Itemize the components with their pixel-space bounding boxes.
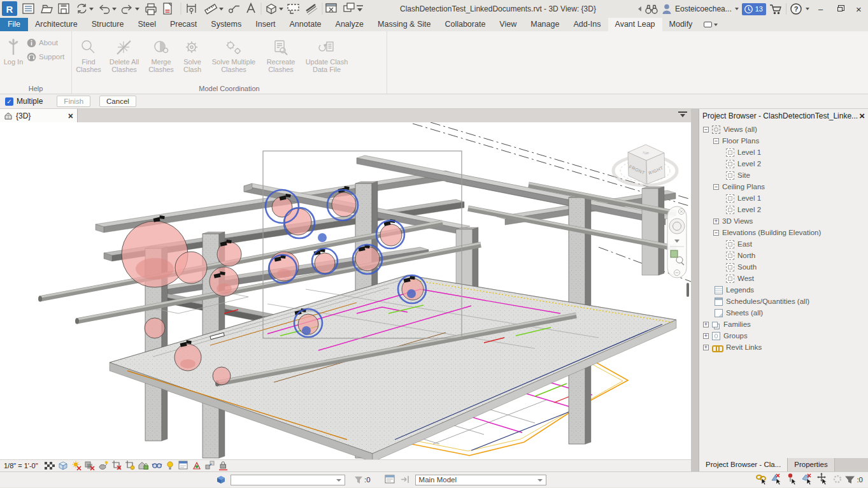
save-icon[interactable] [59,4,69,13]
section-icon[interactable] [288,4,299,13]
tree-item-ceiling-level-1[interactable]: Level 1 [699,192,868,204]
sun-path-icon[interactable] [72,461,81,471]
tab-architecture[interactable]: Architecture [28,18,85,31]
select-elements-by-face-icon[interactable] [802,474,811,485]
3d-view-dropdown-icon[interactable] [279,8,283,11]
select-links-icon[interactable] [757,475,766,485]
tree-item-south[interactable]: South [699,261,868,273]
expand-icon[interactable] [703,322,709,327]
selection-filter-icon[interactable] [844,474,857,485]
recreate-clashes-button[interactable]: Recreate Clashes [262,33,299,82]
select-pinned-elements-icon[interactable] [788,473,796,485]
show-crop-region-icon[interactable] [125,461,134,470]
tree-item-ceiling-plans[interactable]: Ceiling Plans [699,181,868,192]
tab-manage[interactable]: Manage [523,18,566,31]
tab-structure[interactable]: Structure [85,18,131,31]
spot-elevation-icon[interactable] [229,6,239,13]
file-menu-icon[interactable] [23,4,34,13]
design-option-dropdown[interactable]: Main Model [415,475,546,485]
tree-item-west[interactable]: West [699,273,868,284]
navigation-bar[interactable] [667,206,687,278]
user-dropdown-icon[interactable] [735,8,739,10]
tab-avant-leap[interactable]: Avant Leap [608,18,662,31]
tree-item-level-2[interactable]: Level 2 [699,158,868,169]
undo-dropdown-icon[interactable] [112,8,117,11]
tree-item-north[interactable]: North [699,250,868,261]
collapse-icon[interactable] [713,184,719,190]
active-workset-dropdown[interactable] [231,475,345,485]
tree-item-floor-plans[interactable]: Floor Plans [699,135,868,147]
dock-tab-properties[interactable]: Properties [788,458,834,471]
help-dropdown-icon[interactable] [806,8,809,10]
displacement-sets-icon[interactable] [206,461,214,469]
collapse-icon[interactable] [713,230,719,236]
sync-dropdown-icon[interactable] [89,8,94,11]
text-icon[interactable] [247,4,255,13]
3d-model-canvas[interactable]: TOP FRONT RIGHT [0,122,691,459]
collapse-infocenter-icon[interactable] [638,6,641,11]
help-icon[interactable]: ? [790,3,802,15]
about-button[interactable]: About [27,36,64,49]
thin-lines-icon[interactable] [306,4,317,15]
measure-icon[interactable] [205,4,217,14]
tab-modify[interactable]: Modify [662,18,700,31]
tree-item-level-1[interactable]: Level 1 [699,147,868,158]
tab-massing-site[interactable]: Massing & Site [371,18,438,31]
tab-view[interactable]: View [492,18,523,31]
tree-item-families[interactable]: Families [699,319,868,330]
tree-item-east[interactable]: East [699,238,868,250]
worksets-icon[interactable] [215,474,228,485]
collapse-icon[interactable] [703,127,709,133]
user-icon[interactable] [662,3,672,15]
view-tab-3d[interactable]: {3D} [0,109,78,122]
temporary-hide-isolate-icon[interactable] [152,464,162,468]
shadows-icon[interactable] [85,462,94,470]
delete-all-clashes-button[interactable]: Delete All Clashes [106,33,143,82]
tree-item-revit-links[interactable]: Revit Links [699,341,868,353]
project-browser-close-icon[interactable] [859,110,865,122]
tab-list-collapse-icon[interactable] [678,111,687,117]
design-options-icon[interactable] [385,474,396,485]
drawing-area[interactable]: TOP FRONT RIGHT [0,122,691,459]
tree-item-elevations[interactable]: Elevations (Building Elevation) [699,227,868,238]
tree-item-sheets[interactable]: Sheets (all) [699,307,868,319]
restore-button[interactable] [832,2,848,16]
undo-icon[interactable] [100,5,110,13]
detail-level-icon[interactable] [45,462,55,470]
redo-icon[interactable] [122,5,132,13]
tree-item-site[interactable]: Site [699,169,868,181]
tab-add-ins[interactable]: Add-Ins [566,18,608,31]
tree-item-ceiling-level-2[interactable]: Level 2 [699,204,868,215]
visual-style-icon[interactable] [59,462,67,470]
minimize-button[interactable]: – [813,2,829,16]
tree-item-3d-views[interactable]: 3D Views [699,215,868,227]
export-pdf-icon[interactable] [164,3,171,14]
unlocked-3d-view-icon[interactable] [139,463,148,470]
dock-tab-project-browser[interactable]: Project Browser - Cla... [699,458,788,471]
tree-item-schedules[interactable]: Schedules/Quantities (all) [699,296,868,307]
reveal-constraints-icon[interactable] [219,462,227,470]
tree-item-views-all[interactable]: Views (all) [699,124,868,135]
merge-clashes-button[interactable]: Merge Clashes [144,33,178,82]
revit-app-icon[interactable]: R [2,1,17,16]
finish-button[interactable]: Finish [57,96,90,107]
steering-wheel-icon[interactable] [669,219,685,234]
cart-icon[interactable] [769,3,783,15]
temporary-view-properties-icon[interactable] [179,461,187,469]
panel-splitter[interactable] [691,109,699,471]
default-3d-view-icon[interactable] [267,4,276,14]
update-clash-data-file-button[interactable]: Update Clash Data File [301,33,353,82]
structural-frame[interactable] [96,155,676,459]
collapse-icon[interactable] [713,138,719,144]
aligned-dimension-icon[interactable] [187,4,196,14]
exclude-options-icon[interactable] [400,474,411,485]
view-cube[interactable]: TOP FRONT RIGHT [613,145,677,185]
support-button[interactable]: Support [27,50,64,63]
vertical-scrollbar[interactable] [687,283,689,297]
tab-file[interactable]: File [0,18,28,31]
crop-view-icon[interactable] [112,461,121,470]
tab-systems[interactable]: Systems [204,18,248,31]
print-icon[interactable] [146,4,156,15]
solve-multiple-clashes-button[interactable]: Solve Multiple Clashes [206,33,261,82]
tree-item-groups[interactable]: Groups [699,330,868,341]
